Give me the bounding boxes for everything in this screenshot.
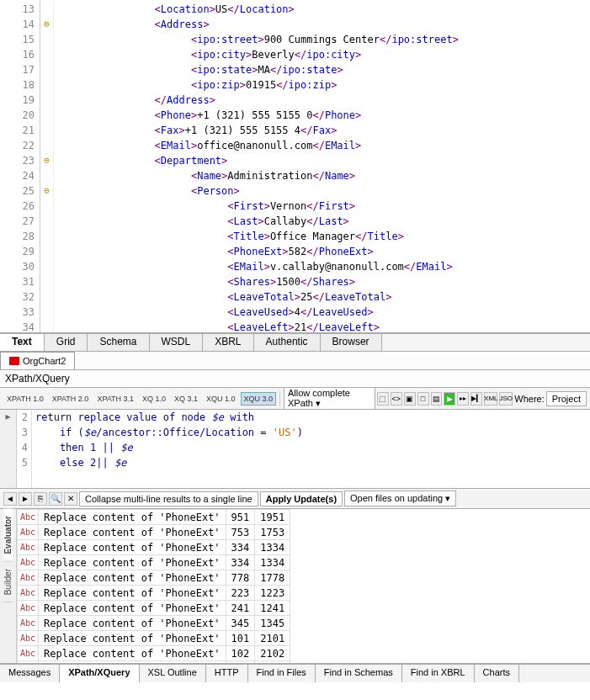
- code-line[interactable]: <ipo:state>MA</ipo:state>: [57, 62, 590, 77]
- xq-code-line[interactable]: return replace value of node $e with: [35, 410, 590, 425]
- xq-code-line[interactable]: if ($e/ancestor::Office/Location = 'US'): [35, 425, 590, 440]
- results-prev-icon[interactable]: ◄: [3, 492, 17, 506]
- table-row[interactable]: AbcReplace content of 'PhoneExt'1022102: [18, 646, 290, 661]
- code-line[interactable]: <Person>: [57, 183, 590, 199]
- xq-code-line[interactable]: then 1 || $e: [35, 440, 590, 455]
- open-files-dropdown[interactable]: Open files on updating ▾: [344, 491, 456, 506]
- bottom-tab-xpath-xquery[interactable]: XPath/XQuery: [60, 665, 139, 682]
- fold-toggle[interactable]: [40, 153, 53, 168]
- execute-icon[interactable]: ▶: [444, 392, 455, 406]
- code-line[interactable]: <Location>US</Location>: [57, 2, 590, 17]
- code-line[interactable]: <LeaveUsed>4</LeaveUsed>: [57, 305, 590, 320]
- version-button[interactable]: XPATH 2.0: [49, 392, 93, 406]
- bottom-tab-find-in-schemas[interactable]: Find in Schemas: [316, 665, 402, 682]
- code-area[interactable]: <Location>US</Location> <Address> <ipo:s…: [54, 0, 590, 332]
- code-line[interactable]: <ipo:zip>01915</ipo:zip>: [57, 77, 590, 93]
- table-row[interactable]: AbcReplace content of 'PhoneExt'2411241: [18, 601, 290, 616]
- code-line[interactable]: <First>Vernon</First>: [57, 199, 590, 214]
- view-tab-xbrl[interactable]: XBRL: [203, 334, 253, 351]
- version-button[interactable]: XPATH 3.1: [93, 392, 137, 406]
- view-tab-schema[interactable]: Schema: [88, 334, 149, 351]
- table-row[interactable]: AbcReplace content of 'PhoneExt'3451345: [18, 616, 290, 631]
- bottom-tab-xsl-outline[interactable]: XSL Outline: [140, 665, 206, 682]
- collapse-results-button[interactable]: Collapse multi-line results to a single …: [79, 491, 258, 506]
- line-number: 13: [0, 2, 35, 17]
- code-line[interactable]: <ipo:city>Beverly</ipo:city>: [57, 47, 590, 62]
- version-button[interactable]: XPATH 1.0: [3, 392, 47, 406]
- results-find-icon[interactable]: 🔍: [49, 492, 62, 506]
- fold-toggle[interactable]: [40, 183, 53, 199]
- xq-line-number: 2: [17, 410, 28, 425]
- view-tab-grid[interactable]: Grid: [45, 334, 88, 351]
- xquery-code[interactable]: return replace value of node $e with if …: [32, 410, 590, 488]
- toolbar-icon[interactable]: ▸▸: [457, 392, 469, 406]
- version-button[interactable]: XQ 3.1: [171, 392, 201, 406]
- code-line[interactable]: <Name>Administration</Name>: [57, 168, 590, 183]
- code-line[interactable]: <Fax>+1 (321) 555 5155 4</Fax>: [57, 123, 590, 138]
- fold-toggle[interactable]: [40, 17, 53, 32]
- document-tab[interactable]: OrgChart2: [0, 352, 75, 369]
- version-button[interactable]: XQ 1.0: [139, 392, 169, 406]
- code-line[interactable]: <LeaveTotal>25</LeaveTotal>: [57, 289, 590, 305]
- code-line[interactable]: <Title>Office Manager</Title>: [57, 229, 590, 244]
- xquery-side-tab-a[interactable]: ◄: [3, 410, 13, 426]
- xq-line-number: 5: [17, 455, 28, 470]
- table-row[interactable]: AbcReplace content of 'PhoneExt'7781778: [18, 570, 290, 586]
- result-description: Replace content of 'PhoneExt': [39, 570, 226, 586]
- toolbar-icon[interactable]: ⬚: [377, 392, 389, 406]
- view-tab-text[interactable]: Text: [0, 334, 45, 351]
- code-line[interactable]: <PhoneExt>582</PhoneExt>: [57, 244, 590, 259]
- toolbar-icon[interactable]: XML: [484, 392, 497, 406]
- xpath-mode-dropdown[interactable]: Allow complete XPath ▾: [284, 388, 375, 410]
- toolbar-icon[interactable]: ▣: [404, 392, 416, 406]
- line-number: 14: [0, 17, 35, 32]
- bottom-tab-http[interactable]: HTTP: [206, 665, 248, 682]
- bottom-tab-find-in-files[interactable]: Find in Files: [248, 665, 316, 682]
- fold-gutter[interactable]: [40, 0, 54, 332]
- results-copy-icon[interactable]: ⎘: [34, 492, 47, 506]
- view-tab-wsdl[interactable]: WSDL: [150, 334, 204, 351]
- table-row[interactable]: AbcReplace content of 'PhoneExt'3341334: [18, 540, 290, 555]
- version-button[interactable]: XQU 1.0: [203, 392, 239, 406]
- results-side-tab-evaluator[interactable]: Evaluator: [3, 509, 13, 562]
- line-number: 17: [0, 62, 35, 77]
- xpath-panel-title: XPath/XQuery: [0, 370, 590, 388]
- results-next-icon[interactable]: ►: [19, 492, 32, 506]
- toolbar-icon[interactable]: JSO: [499, 392, 513, 406]
- view-tab-authentic[interactable]: Authentic: [254, 334, 321, 351]
- type-icon: Abc: [18, 540, 39, 555]
- table-row[interactable]: AbcReplace content of 'PhoneExt'2231223: [18, 586, 290, 601]
- code-line[interactable]: <Phone>+1 (321) 555 5155 0</Phone>: [57, 108, 590, 123]
- table-row[interactable]: AbcReplace content of 'PhoneExt'7531753: [18, 525, 290, 540]
- where-project-button[interactable]: Project: [546, 391, 587, 406]
- code-line[interactable]: <Address>: [57, 17, 590, 32]
- bottom-tab-messages[interactable]: Messages: [0, 665, 60, 682]
- table-row[interactable]: AbcReplace content of 'PhoneExt'1042104: [18, 661, 290, 664]
- toolbar-icon[interactable]: <>: [391, 392, 402, 406]
- code-line[interactable]: <ipo:street>900 Cummings Center</ipo:str…: [57, 32, 590, 47]
- apply-updates-button[interactable]: Apply Update(s): [260, 491, 343, 506]
- code-line[interactable]: <EMail>v.callaby@nanonull.com</EMail>: [57, 259, 590, 274]
- table-row[interactable]: AbcReplace content of 'PhoneExt'3341334: [18, 555, 290, 570]
- version-button[interactable]: XQU 3.0: [241, 392, 277, 406]
- result-old-value: 101: [226, 631, 255, 646]
- toolbar-icon[interactable]: ▶▎: [470, 392, 482, 406]
- code-line[interactable]: <LeaveLeft>21</LeaveLeft>: [57, 320, 590, 332]
- code-line[interactable]: <EMail>office@nanonull.com</EMail>: [57, 138, 590, 153]
- results-clear-icon[interactable]: ✕: [64, 492, 77, 506]
- bottom-tab-find-in-xbrl[interactable]: Find in XBRL: [402, 665, 475, 682]
- bottom-tab-charts[interactable]: Charts: [475, 665, 519, 682]
- table-row[interactable]: AbcReplace content of 'PhoneExt'1012101: [18, 631, 290, 646]
- toolbar-icon[interactable]: ▤: [431, 392, 443, 406]
- xq-code-line[interactable]: else 2|| $e: [35, 455, 590, 470]
- result-description: Replace content of 'PhoneExt': [39, 555, 226, 570]
- toolbar-icon[interactable]: □: [417, 392, 429, 406]
- table-row[interactable]: AbcReplace content of 'PhoneExt'9511951: [18, 510, 290, 525]
- code-line[interactable]: <Shares>1500</Shares>: [57, 274, 590, 289]
- code-line[interactable]: <Last>Callaby</Last>: [57, 214, 590, 229]
- results-side-tab-builder[interactable]: Builder: [3, 562, 13, 602]
- code-line[interactable]: <Department>: [57, 153, 590, 168]
- xquery-side-tabs[interactable]: ◄: [0, 410, 17, 488]
- view-tab-browser[interactable]: Browser: [321, 334, 382, 351]
- code-line[interactable]: </Address>: [57, 93, 590, 108]
